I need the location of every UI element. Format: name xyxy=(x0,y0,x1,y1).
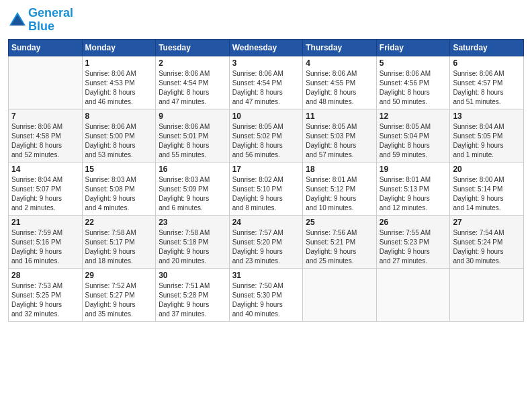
calendar-cell: 9Sunrise: 8:06 AM Sunset: 5:01 PM Daylig… xyxy=(156,109,230,162)
day-number: 3 xyxy=(232,58,300,68)
day-number: 20 xyxy=(453,165,521,174)
day-number: 13 xyxy=(453,111,521,121)
calendar-cell: 6Sunrise: 8:06 AM Sunset: 4:57 PM Daylig… xyxy=(450,56,524,109)
day-info: Sunrise: 8:06 AM Sunset: 4:55 PM Dayligh… xyxy=(306,69,373,107)
day-number: 11 xyxy=(306,111,373,121)
calendar-cell: 16Sunrise: 8:03 AM Sunset: 5:09 PM Dayli… xyxy=(156,162,230,215)
day-number: 5 xyxy=(380,58,447,68)
calendar-cell: 8Sunrise: 8:06 AM Sunset: 5:00 PM Daylig… xyxy=(82,109,156,162)
calendar-cell: 31Sunrise: 7:50 AM Sunset: 5:30 PM Dayli… xyxy=(229,268,303,321)
day-number: 27 xyxy=(453,218,521,227)
calendar-cell: 21Sunrise: 7:59 AM Sunset: 5:16 PM Dayli… xyxy=(9,215,83,268)
logo: General Blue xyxy=(8,7,73,34)
day-number: 14 xyxy=(11,165,79,174)
day-number: 30 xyxy=(159,271,226,280)
day-info: Sunrise: 8:06 AM Sunset: 4:56 PM Dayligh… xyxy=(380,69,447,107)
day-number: 7 xyxy=(11,111,79,121)
calendar-cell: 18Sunrise: 8:01 AM Sunset: 5:12 PM Dayli… xyxy=(303,162,377,215)
weekday-header-tuesday: Tuesday xyxy=(156,39,230,56)
day-info: Sunrise: 8:05 AM Sunset: 5:02 PM Dayligh… xyxy=(232,122,300,160)
calendar-cell: 20Sunrise: 8:00 AM Sunset: 5:14 PM Dayli… xyxy=(450,162,524,215)
week-row-4: 21Sunrise: 7:59 AM Sunset: 5:16 PM Dayli… xyxy=(9,215,524,268)
calendar-body: 1Sunrise: 8:06 AM Sunset: 4:53 PM Daylig… xyxy=(9,56,524,321)
day-number: 12 xyxy=(380,111,447,121)
calendar-cell: 29Sunrise: 7:52 AM Sunset: 5:27 PM Dayli… xyxy=(82,268,156,321)
calendar-cell: 23Sunrise: 7:58 AM Sunset: 5:18 PM Dayli… xyxy=(156,215,230,268)
day-info: Sunrise: 8:06 AM Sunset: 5:00 PM Dayligh… xyxy=(85,122,153,160)
day-info: Sunrise: 8:05 AM Sunset: 5:04 PM Dayligh… xyxy=(380,122,447,160)
calendar-cell: 4Sunrise: 8:06 AM Sunset: 4:55 PM Daylig… xyxy=(303,56,377,109)
calendar-cell: 10Sunrise: 8:05 AM Sunset: 5:02 PM Dayli… xyxy=(229,109,303,162)
calendar-table: SundayMondayTuesdayWednesdayThursdayFrid… xyxy=(8,39,524,322)
day-number: 28 xyxy=(11,271,79,280)
day-info: Sunrise: 8:01 AM Sunset: 5:13 PM Dayligh… xyxy=(380,175,447,213)
weekday-header-saturday: Saturday xyxy=(450,39,524,56)
day-info: Sunrise: 8:06 AM Sunset: 4:58 PM Dayligh… xyxy=(11,122,79,160)
calendar-cell xyxy=(303,268,377,321)
day-info: Sunrise: 8:06 AM Sunset: 4:54 PM Dayligh… xyxy=(159,69,226,107)
weekday-header-wednesday: Wednesday xyxy=(229,39,303,56)
day-info: Sunrise: 8:04 AM Sunset: 5:07 PM Dayligh… xyxy=(11,175,79,213)
calendar-cell: 3Sunrise: 8:06 AM Sunset: 4:54 PM Daylig… xyxy=(229,56,303,109)
day-info: Sunrise: 7:52 AM Sunset: 5:27 PM Dayligh… xyxy=(85,281,153,319)
day-number: 19 xyxy=(380,165,447,174)
day-info: Sunrise: 8:06 AM Sunset: 4:53 PM Dayligh… xyxy=(85,69,153,107)
calendar-cell: 30Sunrise: 7:51 AM Sunset: 5:28 PM Dayli… xyxy=(156,268,230,321)
weekday-header-friday: Friday xyxy=(376,39,450,56)
day-info: Sunrise: 8:04 AM Sunset: 5:05 PM Dayligh… xyxy=(453,122,521,160)
day-number: 16 xyxy=(159,165,226,174)
calendar-cell: 22Sunrise: 7:58 AM Sunset: 5:17 PM Dayli… xyxy=(82,215,156,268)
day-info: Sunrise: 7:54 AM Sunset: 5:24 PM Dayligh… xyxy=(453,228,521,266)
calendar-cell: 2Sunrise: 8:06 AM Sunset: 4:54 PM Daylig… xyxy=(156,56,230,109)
day-info: Sunrise: 7:59 AM Sunset: 5:16 PM Dayligh… xyxy=(11,228,79,266)
day-info: Sunrise: 8:01 AM Sunset: 5:12 PM Dayligh… xyxy=(306,175,373,213)
logo-text: General Blue xyxy=(28,7,73,34)
logo-icon xyxy=(8,11,27,30)
day-number: 4 xyxy=(306,58,373,68)
day-info: Sunrise: 7:55 AM Sunset: 5:23 PM Dayligh… xyxy=(380,228,447,266)
day-info: Sunrise: 7:53 AM Sunset: 5:25 PM Dayligh… xyxy=(11,281,79,319)
calendar-cell: 11Sunrise: 8:05 AM Sunset: 5:03 PM Dayli… xyxy=(303,109,377,162)
day-info: Sunrise: 8:03 AM Sunset: 5:09 PM Dayligh… xyxy=(159,175,226,213)
day-info: Sunrise: 8:06 AM Sunset: 4:54 PM Dayligh… xyxy=(232,69,300,107)
weekday-header-sunday: Sunday xyxy=(9,39,83,56)
weekday-header-thursday: Thursday xyxy=(303,39,377,56)
calendar-cell: 19Sunrise: 8:01 AM Sunset: 5:13 PM Dayli… xyxy=(376,162,450,215)
day-number: 2 xyxy=(159,58,226,68)
calendar-header: SundayMondayTuesdayWednesdayThursdayFrid… xyxy=(9,39,524,56)
week-row-5: 28Sunrise: 7:53 AM Sunset: 5:25 PM Dayli… xyxy=(9,268,524,321)
day-info: Sunrise: 7:58 AM Sunset: 5:18 PM Dayligh… xyxy=(159,228,226,266)
day-number: 9 xyxy=(159,111,226,121)
day-info: Sunrise: 8:03 AM Sunset: 5:08 PM Dayligh… xyxy=(85,175,153,213)
day-info: Sunrise: 8:02 AM Sunset: 5:10 PM Dayligh… xyxy=(232,175,300,213)
day-number: 17 xyxy=(232,165,300,174)
day-number: 31 xyxy=(232,271,300,280)
day-info: Sunrise: 7:58 AM Sunset: 5:17 PM Dayligh… xyxy=(85,228,153,266)
day-info: Sunrise: 7:56 AM Sunset: 5:21 PM Dayligh… xyxy=(306,228,373,266)
day-info: Sunrise: 7:57 AM Sunset: 5:20 PM Dayligh… xyxy=(232,228,300,266)
day-number: 25 xyxy=(306,218,373,227)
header: General Blue xyxy=(8,7,524,34)
calendar-cell: 7Sunrise: 8:06 AM Sunset: 4:58 PM Daylig… xyxy=(9,109,83,162)
calendar-cell: 25Sunrise: 7:56 AM Sunset: 5:21 PM Dayli… xyxy=(303,215,377,268)
day-number: 21 xyxy=(11,218,79,227)
weekday-header-monday: Monday xyxy=(82,39,156,56)
week-row-1: 1Sunrise: 8:06 AM Sunset: 4:53 PM Daylig… xyxy=(9,56,524,109)
calendar-cell: 5Sunrise: 8:06 AM Sunset: 4:56 PM Daylig… xyxy=(376,56,450,109)
day-number: 29 xyxy=(85,271,153,280)
page-container: General Blue SundayMondayTuesdayWednesda… xyxy=(0,0,532,328)
day-number: 10 xyxy=(232,111,300,121)
week-row-3: 14Sunrise: 8:04 AM Sunset: 5:07 PM Dayli… xyxy=(9,162,524,215)
day-info: Sunrise: 8:00 AM Sunset: 5:14 PM Dayligh… xyxy=(453,175,521,213)
calendar-cell xyxy=(450,268,524,321)
day-info: Sunrise: 8:06 AM Sunset: 4:57 PM Dayligh… xyxy=(453,69,521,107)
day-number: 8 xyxy=(85,111,153,121)
day-number: 22 xyxy=(85,218,153,227)
calendar-cell: 27Sunrise: 7:54 AM Sunset: 5:24 PM Dayli… xyxy=(450,215,524,268)
calendar-cell: 15Sunrise: 8:03 AM Sunset: 5:08 PM Dayli… xyxy=(82,162,156,215)
day-info: Sunrise: 8:05 AM Sunset: 5:03 PM Dayligh… xyxy=(306,122,373,160)
calendar-cell: 24Sunrise: 7:57 AM Sunset: 5:20 PM Dayli… xyxy=(229,215,303,268)
day-number: 6 xyxy=(453,58,521,68)
day-info: Sunrise: 7:51 AM Sunset: 5:28 PM Dayligh… xyxy=(159,281,226,319)
day-info: Sunrise: 8:06 AM Sunset: 5:01 PM Dayligh… xyxy=(159,122,226,160)
